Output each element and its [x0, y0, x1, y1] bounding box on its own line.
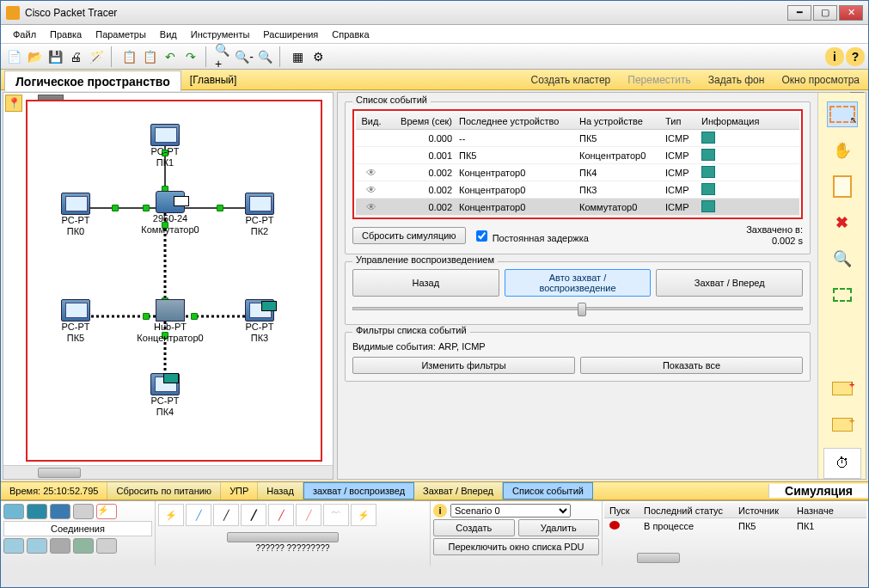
device-pk5[interactable]: PC-PTПК5	[50, 299, 101, 344]
move-button[interactable]: Переместить	[619, 72, 700, 88]
device-pk2[interactable]: PC-PTПК2	[234, 193, 285, 237]
print-button[interactable]: 🖨	[66, 47, 85, 66]
custom-device-button[interactable]: ⚙	[309, 47, 327, 66]
save-button[interactable]: 💾	[46, 47, 64, 66]
wizard-button[interactable]: 🪄	[87, 47, 106, 66]
simulation-panel: ✕ Список событий Вид. Время (сек) Послед…	[337, 92, 866, 480]
create-cluster-button[interactable]: Создать кластер	[523, 72, 620, 88]
select-tool-icon[interactable]	[827, 101, 858, 127]
cat-connections-icon[interactable]: ⚡	[96, 504, 117, 519]
upr-label: УПР	[221, 482, 258, 499]
simulation-mode-icon[interactable]: ⏱	[823, 448, 861, 479]
h-scrollbar[interactable]	[3, 465, 333, 479]
hand-tool-icon[interactable]: ✋	[827, 138, 858, 163]
constant-delay-check[interactable]: Постоянная задержка	[473, 228, 589, 244]
delete-tool-icon[interactable]: ✖	[827, 210, 858, 236]
event-list-title: Список событий	[352, 95, 431, 105]
event-row[interactable]: 👁0.002Концентратор0ПК3ICMP	[356, 181, 799, 199]
maximize-button[interactable]: ▢	[813, 5, 837, 21]
conn-serial-icon[interactable]: ⚡	[351, 504, 376, 526]
conn-fiber-icon[interactable]: ╱	[268, 504, 294, 526]
play-fwd-button[interactable]: Захват / Вперед	[656, 269, 803, 297]
add-complex-pdu-icon[interactable]	[827, 412, 858, 438]
device-pk3[interactable]: PC-PTПК3	[234, 299, 285, 344]
back-button[interactable]: Назад	[258, 482, 303, 499]
event-row[interactable]: 👁0.002Концентратор0Коммутатор0ICMP	[356, 199, 799, 216]
cat4-icon[interactable]	[50, 538, 70, 554]
question-icon[interactable]: ?	[846, 47, 865, 66]
topology-canvas[interactable]: PC-PTПК1 PC-PTПК0 PC-PTПК2 2950-24Коммут…	[26, 100, 322, 462]
menu-file[interactable]: Файл	[6, 28, 43, 41]
zoom-out-button[interactable]: 🔍-	[235, 47, 254, 66]
zoom-reset-button[interactable]: 🔍	[255, 47, 274, 66]
conn-straight-icon[interactable]: ╱	[213, 504, 239, 526]
device-hub[interactable]: Hub-PTКонцентратор0	[129, 299, 211, 344]
scenario-create-button[interactable]: Создать	[433, 519, 515, 536]
scenario-select[interactable]: Scenario 0	[450, 504, 571, 518]
resize-tool-icon[interactable]	[827, 282, 858, 308]
pdu-row[interactable]: В процессе ПК5 ПК1	[604, 518, 866, 534]
conn-cross-icon[interactable]: ╱	[241, 504, 266, 526]
event-table-header: Вид. Время (сек) Последнее устройство На…	[356, 113, 799, 130]
reset-simulation-button[interactable]: Сбросить симуляцию	[352, 227, 466, 244]
event-list-button[interactable]: Список событий	[503, 482, 593, 499]
menu-options[interactable]: Параметры	[89, 28, 153, 41]
play-auto-button[interactable]: Авто захват / воспроизведение	[505, 269, 652, 297]
play-back-button[interactable]: Назад	[352, 269, 499, 297]
capture-fwd-button[interactable]: Захват / Вперед	[414, 482, 503, 499]
logical-workspace-tab[interactable]: Логическое пространство	[4, 70, 181, 91]
show-all-button[interactable]: Показать все	[580, 357, 803, 374]
conn-auto-icon[interactable]: ⚡	[158, 504, 184, 526]
mode-label[interactable]: Симуляция	[768, 484, 868, 498]
event-row[interactable]: 👁0.002Концентратор0ПК4ICMP	[356, 164, 799, 181]
help-icon[interactable]: i	[825, 47, 844, 66]
conn-console-icon[interactable]: ╱	[186, 504, 211, 526]
note-icon[interactable]	[827, 174, 858, 199]
switch-pdu-list-button[interactable]: Переключить окно списка PDU	[433, 538, 599, 555]
viewport-button[interactable]: Окно просмотра	[773, 72, 868, 88]
palette-button[interactable]: ▦	[288, 47, 307, 66]
nav-pin-icon[interactable]: 📍	[5, 95, 22, 112]
device-pk0[interactable]: PC-PTПК0	[50, 193, 101, 237]
reset-power-button[interactable]: Сбросить по питанию	[107, 482, 221, 499]
capture-play-button[interactable]: захват / воспроизвед	[303, 482, 414, 499]
open-button[interactable]: 📂	[25, 47, 44, 66]
zoom-in-button[interactable]: 🔍+	[214, 47, 233, 66]
conn-coax-icon[interactable]: ﹋	[323, 504, 349, 526]
add-simple-pdu-icon[interactable]	[827, 376, 858, 401]
cat-hub-icon[interactable]	[50, 504, 70, 519]
redo-button[interactable]: ↷	[181, 47, 200, 66]
menubar: Файл Правка Параметры Вид Инструменты Ра…	[1, 25, 868, 44]
new-button[interactable]: 📄	[4, 47, 23, 66]
pdu-scrollbar[interactable]	[637, 553, 680, 563]
cat5-icon[interactable]	[73, 538, 94, 554]
window-titlebar: Cisco Packet Tracer ━ ▢ ✕	[1, 1, 868, 25]
info-icon[interactable]: i	[433, 504, 447, 518]
edit-filters-button[interactable]: Изменить фильтры	[352, 357, 575, 374]
minimize-button[interactable]: ━	[787, 5, 811, 21]
scenario-delete-button[interactable]: Удалить	[518, 519, 600, 536]
cat2-icon[interactable]	[3, 538, 24, 554]
cat-switch-icon[interactable]	[27, 504, 47, 519]
cat-router-icon[interactable]	[3, 504, 24, 519]
cat3-icon[interactable]	[27, 538, 47, 554]
device-pk1[interactable]: PC-PTПК1	[139, 124, 191, 168]
cat6-icon[interactable]	[96, 538, 117, 554]
menu-help[interactable]: Справка	[325, 28, 376, 41]
menu-edit[interactable]: Правка	[43, 28, 89, 41]
event-row[interactable]: 0.001ПК5Концентратор0ICMP	[356, 147, 799, 164]
conn-phone-icon[interactable]: ╱	[296, 504, 321, 526]
cat-wireless-icon[interactable]	[73, 504, 94, 519]
device-switch[interactable]: 2950-24Коммутатор0	[136, 191, 205, 236]
menu-tools[interactable]: Инструменты	[184, 28, 257, 41]
event-row[interactable]: 0.000--ПК5ICMP	[356, 130, 799, 147]
undo-button[interactable]: ↶	[161, 47, 180, 66]
menu-extensions[interactable]: Расширения	[256, 28, 325, 41]
close-button[interactable]: ✕	[839, 5, 863, 21]
inspect-icon[interactable]: 🔍	[827, 246, 858, 272]
speed-slider[interactable]	[352, 300, 803, 317]
set-bg-button[interactable]: Задать фон	[700, 72, 774, 88]
copy-button[interactable]: 📋	[119, 47, 138, 66]
menu-view[interactable]: Вид	[153, 28, 184, 41]
paste-button[interactable]: 📋	[140, 47, 159, 66]
